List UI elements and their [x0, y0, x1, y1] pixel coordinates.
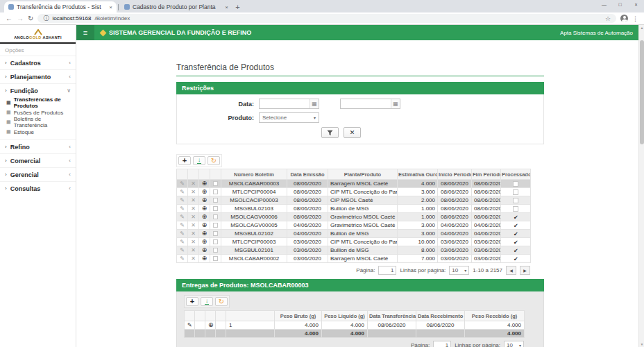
scrollbar-thumb[interactable] [640, 40, 644, 144]
processado-checkbox[interactable]: ✔ [513, 231, 518, 237]
sidebar-item-fundicao[interactable]: › Fundição ∨ [0, 83, 76, 97]
page-number-input[interactable]: 1 [378, 266, 396, 275]
processado-checkbox[interactable]: ✔ [513, 248, 518, 253]
processado-checkbox[interactable] [513, 198, 518, 203]
hamburger-menu-button[interactable]: ≡ [76, 25, 94, 40]
delete-icon[interactable]: ✕ [191, 180, 196, 187]
delete-icon[interactable]: ✕ [191, 255, 196, 262]
next-page-button[interactable]: ▶ [520, 266, 530, 275]
window-minimize-button[interactable]: — [596, 0, 612, 9]
row-checkbox[interactable] [213, 231, 218, 236]
row-checkbox[interactable] [213, 189, 218, 194]
window-maximize-button[interactable]: □ [612, 0, 628, 9]
detail-export-button[interactable]: ↓ [201, 297, 213, 306]
edit-icon[interactable]: ✎ [180, 197, 185, 203]
delete-icon[interactable]: ✕ [191, 189, 196, 195]
row-checkbox[interactable] [213, 256, 218, 261]
tab-close-icon[interactable]: × [225, 4, 228, 10]
delete-icon[interactable]: ✕ [191, 239, 196, 245]
bookmark-star-icon[interactable]: ☆ [605, 15, 611, 22]
add-circle-icon[interactable]: ⊕ [208, 321, 214, 328]
boletim-row[interactable]: ✎ ✕ ⊕ MSOLCABAR00002 03/06/2020 Barragem… [177, 255, 531, 263]
delete-icon[interactable]: ✕ [191, 230, 196, 237]
site-info-icon[interactable]: ⓘ [43, 15, 49, 22]
delete-icon[interactable]: ✕ [191, 214, 196, 220]
boletim-row[interactable]: ✎ ✕ ⊕ MTLCPCIP00003 03/06/2020 CIP MTL C… [177, 238, 531, 246]
clear-filter-button[interactable]: ✕ [344, 127, 361, 138]
processado-checkbox[interactable]: ✔ [513, 223, 518, 228]
row-checkbox[interactable] [213, 214, 218, 219]
rows-per-page-select[interactable]: 10 ▾ [449, 266, 469, 275]
sidebar-item-consultas[interactable]: › Consultas ‹ [0, 181, 76, 195]
date-to-input[interactable]: ▦ [340, 99, 400, 109]
browser-tab-active[interactable]: Transferência de Produtos - Sist × [4, 1, 117, 12]
boletim-row[interactable]: ✎ ✕ ⊕ MSGBUL02101 03/06/2020 Bullion de … [177, 246, 531, 255]
edit-icon[interactable]: ✎ [180, 255, 185, 262]
delete-icon[interactable]: ✕ [191, 197, 196, 203]
rows-per-page-select[interactable]: 10 ▾ [504, 341, 524, 347]
row-checkbox[interactable] [213, 206, 218, 211]
edit-icon[interactable]: ✎ [180, 205, 185, 212]
reload-button[interactable]: ↻ [28, 15, 33, 22]
profile-avatar[interactable] [620, 15, 628, 22]
edit-icon[interactable]: ✎ [180, 230, 185, 237]
detail-refresh-button[interactable]: ↻ [215, 297, 228, 306]
add-delivery-icon[interactable]: ⊕ [202, 188, 207, 195]
edit-icon[interactable]: ✎ [180, 214, 185, 220]
delete-icon[interactable]: ✕ [191, 222, 196, 228]
boletim-row[interactable]: ✎ ✕ ⊕ MSOLCAGV00005 04/06/2020 Gravimétr… [177, 221, 531, 230]
sidebar-item-gerencial[interactable]: › Gerencial ‹ [0, 167, 76, 181]
processado-checkbox[interactable]: ✔ [513, 239, 518, 245]
sidebar-subitem-transferencias-de-produtos[interactable]: ▦ Transferências de Produtos [0, 98, 76, 108]
boletim-row[interactable]: ✎ ✕ ⊕ MSGBUL02102 04/06/2020 Bullion de … [177, 230, 531, 238]
add-delivery-icon[interactable]: ⊕ [202, 196, 207, 203]
edit-icon[interactable]: ✎ [180, 189, 185, 195]
row-checkbox[interactable] [213, 181, 218, 186]
boletim-row[interactable]: ✎ ✕ ⊕ MSOLCACIP00003 08/06/2020 CIP MSOL… [177, 196, 531, 205]
processado-checkbox[interactable]: ✔ [513, 214, 518, 220]
processado-checkbox[interactable] [513, 181, 518, 187]
sidebar-item-planejamento[interactable]: › Planejamento ‹ [0, 69, 76, 83]
add-delivery-icon[interactable]: ⊕ [202, 213, 207, 220]
refresh-button[interactable]: ↻ [207, 156, 220, 165]
row-checkbox[interactable] [213, 248, 218, 253]
back-button[interactable]: ← [6, 15, 12, 22]
edit-icon[interactable]: ✎ [180, 180, 185, 187]
processado-checkbox[interactable] [513, 206, 518, 212]
processado-checkbox[interactable] [513, 189, 518, 195]
add-delivery-icon[interactable]: ⊕ [202, 205, 207, 212]
apply-filter-button[interactable] [321, 127, 339, 138]
edit-icon[interactable]: ✎ [187, 322, 192, 328]
window-close-button[interactable]: × [628, 0, 644, 9]
add-delivery-icon[interactable]: ⊕ [202, 221, 207, 228]
edit-icon[interactable]: ✎ [180, 222, 185, 228]
add-delivery-icon[interactable]: ⊕ [202, 246, 207, 253]
url-bar[interactable]: ⓘ localhost:59168 /Boletim/Index ☆ [37, 14, 616, 23]
tab-close-icon[interactable]: × [109, 4, 112, 10]
row-checkbox[interactable] [213, 239, 218, 244]
scroll-down-arrow[interactable]: ▼ [639, 341, 644, 347]
sidebar-subitem-boletins-de-transferencia[interactable]: ▦ Boletins de Transferência [0, 117, 76, 127]
edit-icon[interactable]: ✎ [180, 239, 185, 245]
row-checkbox[interactable] [213, 198, 218, 203]
produto-select[interactable]: Selecione ▾ [259, 112, 319, 123]
boletim-row[interactable]: ✎ ✕ ⊕ MTLCPCIP00004 08/06/2020 CIP MTL C… [177, 188, 531, 196]
add-delivery-icon[interactable]: ⊕ [202, 238, 207, 245]
sidebar-item-comercial[interactable]: › Comercial ‹ [0, 153, 76, 167]
sidebar-subitem-estoque[interactable]: ▦ Estoque [0, 127, 76, 137]
forward-button[interactable]: → [17, 15, 24, 22]
boletim-row[interactable]: ✎ ✕ ⊕ MSOLCABAR00003 08/06/2020 Barragem… [177, 180, 531, 188]
row-checkbox[interactable] [213, 223, 218, 228]
detail-add-button[interactable]: + [186, 297, 198, 306]
sidebar-item-cadastros[interactable]: › Cadastros ‹ [0, 56, 76, 69]
add-delivery-icon[interactable]: ⊕ [202, 230, 207, 237]
vertical-scrollbar[interactable]: ▲ ▼ [638, 25, 644, 347]
scroll-up-arrow[interactable]: ▲ [639, 25, 644, 31]
add-delivery-icon[interactable]: ⊕ [202, 180, 207, 187]
add-button[interactable]: + [178, 156, 191, 165]
delete-icon[interactable]: ✕ [191, 247, 196, 253]
boletim-row[interactable]: ✎ ✕ ⊕ MSOLCAGV00006 08/06/2020 Gravimétr… [177, 213, 531, 221]
add-delivery-icon[interactable]: ⊕ [202, 255, 207, 262]
prev-page-button[interactable]: ◀ [506, 266, 516, 275]
entrega-row[interactable]: ✎ ⊕ 1 4.000 4.000 08/06/2020 08/06/2020 … [185, 321, 525, 330]
